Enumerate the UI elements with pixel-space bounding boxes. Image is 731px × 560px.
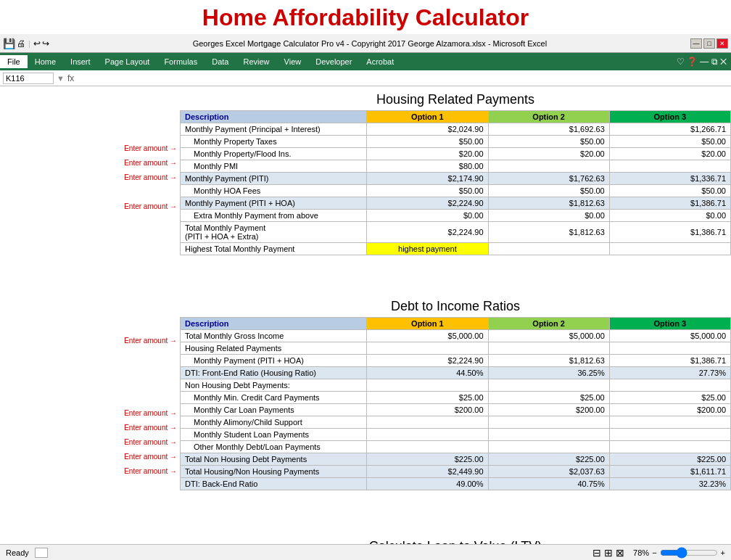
minimize-button[interactable]: — [690, 38, 702, 49]
housing-header-opt3: Option 3 [609, 111, 730, 123]
housing-row8-desc: Total Monthly Payment(PITI + HOA + Extra… [181, 222, 367, 243]
dti-enter-7: Enter amount → [124, 438, 177, 446]
housing-header-desc: Description [181, 111, 367, 123]
dti-row4-opt1 [367, 379, 488, 392]
dti-enter-5: Enter amount → [124, 409, 177, 417]
page-title: Home Affordability Calculator [202, 4, 529, 30]
section-gap-1 [0, 281, 731, 293]
maximize-button[interactable]: □ [703, 38, 715, 49]
housing-row7-desc: Extra Monthly Payment from above [181, 210, 367, 222]
tab-home[interactable]: Home [28, 55, 63, 68]
dti-labels: Enter amount → Enter amount → Enter amou… [0, 317, 180, 522]
dti-row9-opt3 [609, 441, 730, 453]
save-icon[interactable]: 💾 [3, 38, 15, 49]
dti-label-4 [0, 391, 180, 405]
close-button[interactable]: ✕ [716, 38, 728, 49]
tab-developer[interactable]: Developer [308, 55, 359, 68]
dti-label-10 [0, 478, 180, 493]
housing-row5-opt2: $50.00 [488, 185, 609, 197]
dti-row6-opt3: $200.00 [609, 404, 730, 416]
zoom-out-icon[interactable]: − [652, 548, 656, 557]
zoom-in-icon[interactable]: + [721, 548, 725, 557]
table-row: Monthly Property/Flood Ins. $20.00 $20.0… [181, 148, 731, 160]
formula-input[interactable] [77, 74, 728, 83]
housing-row9-opt1: highest payment [367, 243, 488, 255]
cell-reference[interactable] [3, 73, 54, 84]
tab-acrobat[interactable]: Acrobat [359, 55, 401, 68]
tab-formulas[interactable]: Formulas [157, 55, 205, 68]
dti-row8-desc: Monthly Student Loan Payments [181, 429, 367, 441]
dti-label-5: Enter amount → [0, 405, 180, 420]
table-row: Monthly Min. Credit Card Payments $25.00… [181, 392, 731, 404]
dti-label-0: Enter amount → [0, 333, 180, 347]
redo-icon[interactable]: ↪ [42, 38, 49, 49]
formula-expand-icon: ▼ [57, 74, 65, 83]
tab-review[interactable]: Review [236, 55, 276, 68]
dti-label-6: Enter amount → [0, 420, 180, 435]
tab-page-layout[interactable]: Page Layout [98, 55, 157, 68]
dti-row9-desc: Other Monthly Debt/Loan Payments [181, 441, 367, 453]
dti-row8-opt3 [609, 429, 730, 441]
view-normal-icon[interactable]: ⊟ [592, 547, 601, 559]
dti-label-2 [0, 362, 180, 376]
dti-row9-opt2 [488, 441, 609, 453]
separator: | [28, 39, 30, 48]
housing-header-opt2: Option 2 [488, 111, 609, 123]
dti-row7-opt1 [367, 416, 488, 429]
housing-row1-opt2: $50.00 [488, 136, 609, 148]
housing-row3-opt3 [609, 160, 730, 173]
tab-insert[interactable]: Insert [63, 55, 98, 68]
view-layout-icon[interactable]: ⊞ [604, 547, 613, 559]
housing-row3-opt2 [488, 160, 609, 173]
view-page-icon[interactable]: ⊠ [616, 547, 624, 559]
tab-view[interactable]: View [277, 55, 309, 68]
print-icon[interactable]: 🖨 [17, 38, 25, 49]
dti-row5-opt3: $25.00 [609, 392, 730, 404]
label-row-9 [0, 242, 180, 267]
housing-table: Description Option 1 Option 2 Option 3 M… [180, 110, 731, 255]
dti-label-12 [0, 507, 180, 522]
dti-table-row: Enter amount → Enter amount → Enter amou… [0, 317, 731, 522]
undo-icon[interactable]: ↩ [33, 38, 41, 49]
housing-row7-opt3: $0.00 [609, 210, 730, 222]
housing-section: Housing Related Payments Enter amount → … [0, 86, 731, 281]
table-row: Total Monthly Gross Income $5,000.00 $5,… [181, 330, 731, 342]
tab-data[interactable]: Data [205, 55, 236, 68]
housing-row2-desc: Monthly Property/Flood Ins. [181, 148, 367, 160]
housing-row4-opt2: $1,762.63 [488, 173, 609, 185]
housing-row7-opt1: $0.00 [367, 210, 488, 222]
dti-row11-desc: Total Housing/Non Housing Payments [181, 466, 367, 478]
table-row: Extra Monthly Payment from above $0.00 $… [181, 210, 731, 222]
housing-row8-opt2: $1,812.63 [488, 222, 609, 243]
table-row: Monthly Alimony/Child Support [181, 416, 731, 429]
table-row: Monthly Payment (PITI + HOA) $2,224.90 $… [181, 355, 731, 367]
window-controls: — □ ✕ [690, 38, 728, 49]
dti-row8-opt2 [488, 429, 609, 441]
zoom-slider[interactable] [660, 547, 718, 559]
table-row: DTI: Back-End Ratio 49.00% 40.75% 32.23% [181, 478, 731, 490]
dti-row5-opt1: $25.00 [367, 392, 488, 404]
dti-header-opt1: Option 1 [367, 318, 488, 330]
enter-label-2: Enter amount → [124, 144, 177, 152]
dti-row5-desc: Monthly Min. Credit Card Payments [181, 392, 367, 404]
dti-row2-opt1: $2,224.90 [367, 355, 488, 367]
dti-table: Description Option 1 Option 2 Option 3 T… [180, 317, 731, 490]
dti-enter-9: Enter amount → [124, 467, 177, 475]
dti-row11-opt2: $2,037.63 [488, 466, 609, 478]
dti-enter-0: Enter amount → [124, 337, 177, 345]
status-bar: Ready ⊟ ⊞ ⊠ 78% − + [0, 544, 731, 560]
label-row-8 [0, 228, 180, 242]
dti-row0-desc: Total Monthly Gross Income [181, 330, 367, 342]
housing-row6-opt2: $1,812.63 [488, 197, 609, 210]
section-gap-2 [0, 522, 731, 533]
dti-row1-opt1 [367, 342, 488, 355]
housing-row2-opt2: $20.00 [488, 148, 609, 160]
dti-row12-desc: DTI: Back-End Ratio [181, 478, 367, 490]
housing-row8-opt3: $1,386.71 [609, 222, 730, 243]
tab-file[interactable]: File [0, 55, 28, 68]
housing-row1-desc: Monthly Property Taxes [181, 136, 367, 148]
housing-row2-opt3: $20.00 [609, 148, 730, 160]
dti-enter-8: Enter amount → [124, 453, 177, 461]
table-row: Monthly PMI $80.00 [181, 160, 731, 173]
housing-row1-opt1: $50.00 [367, 136, 488, 148]
